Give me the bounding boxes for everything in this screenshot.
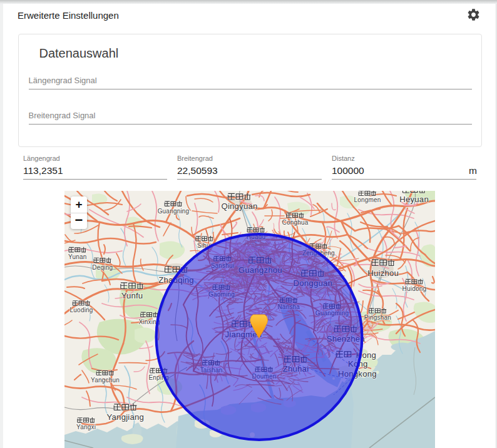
svg-text:Huizhou: Huizhou — [367, 268, 399, 278]
svg-text:Deqing: Deqing — [92, 264, 113, 271]
svg-text:Yangjiang: Yangjiang — [107, 412, 144, 422]
svg-text:Yangchun: Yangchun — [91, 377, 120, 384]
svg-text:Conghua: Conghua — [282, 219, 309, 226]
svg-text:Heyuan: Heyuan — [399, 195, 429, 204]
svg-text:Luoding: Luoding — [70, 307, 93, 313]
svg-text:Huidong: Huidong — [402, 285, 427, 292]
svg-text:Guangning: Guangning — [158, 208, 190, 215]
svg-text:Pingshan: Pingshan — [364, 314, 391, 321]
svg-text:Qingyuan: Qingyuan — [221, 201, 257, 211]
svg-text:Longmen: Longmen — [354, 196, 381, 203]
svg-text:Yunfu: Yunfu — [121, 291, 143, 300]
svg-text:Yangxi: Yangxi — [76, 424, 96, 430]
svg-text:Yunan: Yunan — [68, 253, 86, 260]
